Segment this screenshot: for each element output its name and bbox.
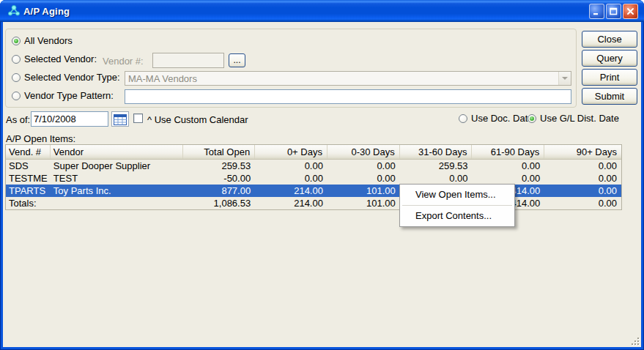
cell-0-30: 101.00	[327, 185, 400, 197]
open-items-caption: A/P Open Items:	[6, 133, 75, 144]
cell-total-open: 1,086.53	[183, 197, 255, 209]
title-bar[interactable]: A/P Aging	[0, 0, 644, 22]
column-header-total-open[interactable]: Total Open	[183, 145, 255, 159]
query-button[interactable]: Query	[582, 50, 637, 67]
cell-total-open: 259.53	[183, 160, 255, 172]
cell-90-plus: 0.00	[544, 160, 621, 172]
radio-icon	[12, 73, 21, 82]
table-row-totals[interactable]: Totals: 1,086.53 214.00 101.00 414.00 0.…	[6, 197, 621, 209]
radio-use-gl-dist-date-label: Use G/L Dist. Date	[540, 113, 619, 124]
resize-grip-icon[interactable]	[631, 337, 640, 346]
dialog-body: All Vendors Selected Vendor: Vendor #: .…	[3, 22, 641, 347]
vendor-filter-group: All Vendors Selected Vendor: Vendor #: .…	[5, 29, 577, 108]
cell-31-60: 259.53	[400, 160, 473, 172]
cell-90-plus: 0.00	[544, 172, 621, 185]
radio-icon	[459, 114, 467, 123]
cell-0-30: 101.00	[327, 197, 400, 209]
radio-icon	[12, 55, 21, 64]
cell-vendor: Super Dooper Supplier	[51, 160, 184, 172]
window-controls	[589, 4, 640, 19]
cell-vendor: Toy Parts Inc.	[51, 185, 184, 197]
column-header-31-60-days[interactable]: 31-60 Days	[400, 145, 473, 159]
as-of-label: As of:	[6, 114, 30, 125]
window-title: A/P Aging	[23, 6, 589, 17]
vendor-type-combo: MA-MA Vendors	[125, 71, 571, 86]
use-custom-calendar-checkbox[interactable]	[133, 113, 143, 123]
window: A/P Aging All Vendors Selected Vendor:	[0, 0, 644, 350]
column-header-0-plus-days[interactable]: 0+ Days	[255, 145, 327, 159]
radio-all-vendors-label: All Vendors	[24, 35, 73, 46]
maximize-button[interactable]	[606, 4, 621, 19]
cell-31-60: 0.00	[400, 172, 473, 185]
cell-0-plus: 0.00	[255, 160, 327, 172]
cell-vendor: TEST	[51, 172, 184, 185]
column-header-61-90-days[interactable]: 61-90 Days	[472, 145, 544, 159]
app-logo-icon	[7, 4, 21, 18]
column-header-vendor[interactable]: Vendor	[51, 145, 184, 159]
radio-use-gl-dist-date[interactable]: Use G/L Dist. Date	[528, 113, 619, 124]
cell-vendor	[51, 197, 184, 209]
column-header-vend-num[interactable]: Vend. #	[6, 145, 51, 159]
cell-90-plus: 0.00	[544, 197, 621, 209]
radio-selected-vendor[interactable]: Selected Vendor:	[12, 53, 97, 64]
menu-item-view-open-items[interactable]: View Open Items...	[401, 187, 514, 203]
cell-61-90: 0.00	[472, 160, 544, 172]
cell-total-open: 877.00	[183, 185, 255, 197]
radio-vendor-type-pattern[interactable]: Vendor Type Pattern:	[12, 90, 114, 101]
cell-totals-label: Totals:	[6, 197, 51, 209]
table-header-row: Vend. # Vendor Total Open 0+ Days 0-30 D…	[6, 145, 621, 160]
close-action-button[interactable]: Close	[582, 31, 637, 48]
cell-vend-num: TESTME	[6, 172, 51, 185]
radio-vendor-type-pattern-label: Vendor Type Pattern:	[24, 90, 114, 101]
open-items-table: Vend. # Vendor Total Open 0+ Days 0-30 D…	[5, 144, 622, 210]
table-row-selected[interactable]: TPARTS Toy Parts Inc. 877.00 214.00 101.…	[6, 185, 621, 197]
vendor-number-label: Vendor #:	[103, 56, 144, 67]
cell-vend-num: SDS	[6, 160, 51, 172]
radio-selected-vendor-type[interactable]: Selected Vendor Type:	[12, 72, 120, 83]
cell-0-plus: 0.00	[255, 172, 327, 185]
column-header-0-30-days[interactable]: 0-30 Days	[327, 145, 400, 159]
table-row[interactable]: SDS Super Dooper Supplier 259.53 0.00 0.…	[6, 160, 621, 172]
menu-item-export-contents[interactable]: Export Contents...	[401, 208, 514, 224]
cell-total-open: -50.00	[183, 172, 255, 185]
vendor-type-pattern-input[interactable]	[125, 89, 571, 104]
cell-61-90: 0.00	[472, 172, 544, 185]
cell-0-30: 0.00	[327, 172, 400, 185]
radio-use-doc-date[interactable]: Use Doc. Date	[459, 113, 533, 124]
cell-vend-num: TPARTS	[6, 185, 51, 197]
radio-all-vendors[interactable]: All Vendors	[12, 35, 73, 46]
cell-0-plus: 214.00	[255, 197, 327, 209]
menu-separator	[402, 205, 512, 206]
radio-icon	[12, 37, 21, 45]
cell-90-plus: 0.00	[544, 185, 621, 197]
context-menu: View Open Items... Export Contents...	[399, 184, 515, 227]
minimize-button[interactable]	[589, 4, 604, 19]
column-header-90-plus-days[interactable]: 90+ Days	[544, 145, 621, 159]
chevron-down-icon	[558, 72, 571, 85]
use-custom-calendar-label: ^ Use Custom Calendar	[147, 114, 248, 125]
print-button[interactable]: Print	[582, 69, 637, 86]
vendor-browse-button[interactable]: ...	[229, 53, 245, 67]
radio-icon	[528, 114, 536, 123]
cell-0-plus: 214.00	[255, 185, 327, 197]
calendar-icon[interactable]	[111, 111, 129, 127]
radio-selected-vendor-type-label: Selected Vendor Type:	[24, 72, 120, 83]
cell-0-30: 0.00	[327, 160, 400, 172]
radio-icon	[12, 92, 21, 100]
table-row[interactable]: TESTME TEST -50.00 0.00 0.00 0.00 0.00 0…	[6, 172, 621, 185]
as-of-date-input[interactable]	[31, 111, 108, 127]
radio-use-doc-date-label: Use Doc. Date	[471, 113, 533, 124]
radio-selected-vendor-label: Selected Vendor:	[24, 53, 97, 64]
vendor-number-input	[152, 53, 224, 68]
close-button[interactable]	[623, 4, 638, 19]
submit-button[interactable]: Submit	[582, 88, 637, 105]
vendor-type-combo-value: MA-MA Vendors	[125, 73, 558, 84]
